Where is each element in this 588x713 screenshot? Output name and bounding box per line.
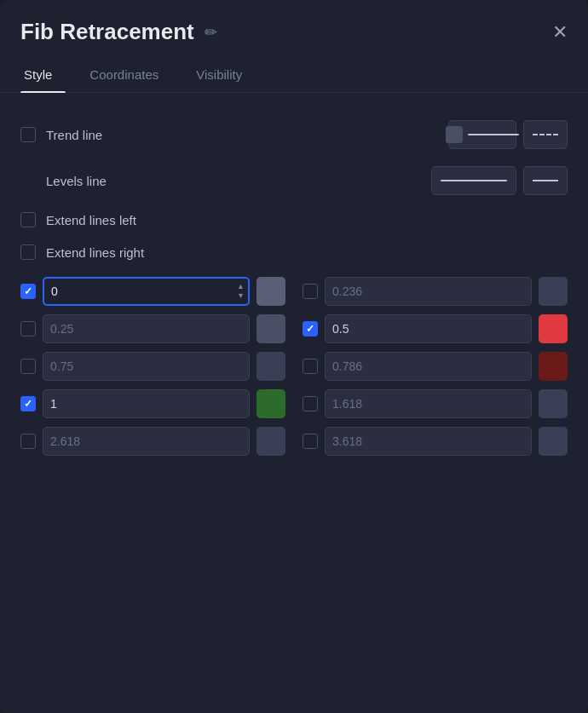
level-05-checkbox[interactable] (303, 321, 318, 336)
extend-left-row: Extend lines left (20, 212, 568, 227)
level-0786-input-wrapper (325, 352, 532, 381)
level-0-spinner: ▲ ▼ (235, 282, 246, 301)
level-0236-input[interactable] (325, 277, 532, 306)
level-row-05 (303, 314, 568, 343)
level-3618-input[interactable] (325, 427, 532, 456)
tab-style[interactable]: Style (20, 59, 66, 92)
levels-line-style-short[interactable] (523, 166, 568, 195)
level-075-color[interactable] (257, 352, 285, 381)
level-0786-color[interactable] (539, 352, 568, 381)
level-row-2618 (20, 427, 285, 456)
level-3618-input-wrapper (325, 427, 532, 456)
level-0-down[interactable]: ▼ (235, 291, 246, 301)
style-content: Trend line Levels line (0, 113, 588, 476)
levels-line-label: Levels line (46, 174, 107, 188)
tabs: Style Coordinates Visibility (0, 59, 588, 93)
trend-line-row: Trend line (20, 120, 568, 149)
level-025-checkbox[interactable] (20, 321, 36, 336)
level-row-1 (20, 389, 285, 418)
level-1618-checkbox[interactable] (303, 396, 318, 411)
level-row-1618 (303, 389, 568, 418)
tab-coordinates[interactable]: Coordinates (86, 59, 172, 92)
level-075-input-wrapper (43, 352, 250, 381)
extend-right-checkbox[interactable] (20, 244, 36, 260)
level-0786-input[interactable] (325, 352, 532, 381)
level-0-input-wrapper: ▲ ▼ (43, 277, 250, 306)
level-1618-input[interactable] (325, 389, 532, 418)
level-row-0236 (303, 277, 568, 306)
level-2618-color[interactable] (257, 427, 285, 456)
level-0-input[interactable] (43, 277, 250, 306)
trend-line-label: Trend line (46, 128, 102, 142)
level-025-input[interactable] (43, 314, 250, 343)
extend-right-label: Extend lines right (46, 245, 144, 260)
level-0-checkbox[interactable] (20, 284, 36, 299)
level-1-input-wrapper (43, 389, 250, 418)
extend-left-label: Extend lines left (46, 213, 136, 227)
level-2618-input-wrapper (43, 427, 250, 456)
levels-line-row: Levels line (20, 166, 568, 195)
level-05-input[interactable] (325, 314, 532, 343)
level-2618-input[interactable] (43, 427, 250, 456)
level-0236-color[interactable] (539, 277, 568, 306)
level-1-color[interactable] (257, 389, 285, 418)
trend-line-style-dashed[interactable] (523, 120, 568, 149)
level-05-color[interactable] (539, 314, 568, 343)
level-025-color[interactable] (257, 314, 285, 343)
level-0786-checkbox[interactable] (303, 359, 318, 374)
title-area: Fib Retracement ✏ (20, 19, 217, 45)
levels-line-style-solid[interactable] (431, 166, 516, 195)
dialog-title: Fib Retracement (20, 19, 194, 45)
level-row-075 (20, 352, 285, 381)
level-075-checkbox[interactable] (20, 359, 36, 374)
dialog-header: Fib Retracement ✏ ✕ (0, 0, 588, 59)
level-0236-input-wrapper (325, 277, 532, 306)
level-1-input[interactable] (43, 389, 250, 418)
trend-line-style-solid[interactable] (448, 120, 516, 149)
level-row-3618 (303, 427, 568, 456)
level-025-input-wrapper (43, 314, 250, 343)
trend-line-checkbox[interactable] (20, 127, 36, 142)
level-05-input-wrapper (325, 314, 532, 343)
levels-grid: ▲ ▼ (20, 277, 568, 456)
level-0-up[interactable]: ▲ (235, 282, 246, 291)
edit-icon[interactable]: ✏ (205, 23, 217, 42)
level-1618-input-wrapper (325, 389, 532, 418)
level-row-0786 (303, 352, 568, 381)
level-3618-checkbox[interactable] (303, 434, 318, 449)
extend-left-checkbox[interactable] (20, 212, 36, 227)
level-1618-color[interactable] (539, 389, 568, 418)
tab-visibility[interactable]: Visibility (193, 59, 256, 92)
level-1-checkbox[interactable] (20, 396, 36, 411)
level-3618-color[interactable] (539, 427, 568, 456)
level-075-input[interactable] (43, 352, 250, 381)
level-2618-checkbox[interactable] (20, 434, 36, 449)
extend-right-row: Extend lines right (20, 244, 568, 260)
level-row-0: ▲ ▼ (20, 277, 285, 306)
level-0-color[interactable] (257, 277, 285, 306)
dialog: Fib Retracement ✏ ✕ Style Coordinates Vi… (0, 0, 588, 713)
level-row-025 (20, 314, 285, 343)
level-0236-checkbox[interactable] (303, 284, 318, 299)
close-button[interactable]: ✕ (552, 23, 568, 42)
